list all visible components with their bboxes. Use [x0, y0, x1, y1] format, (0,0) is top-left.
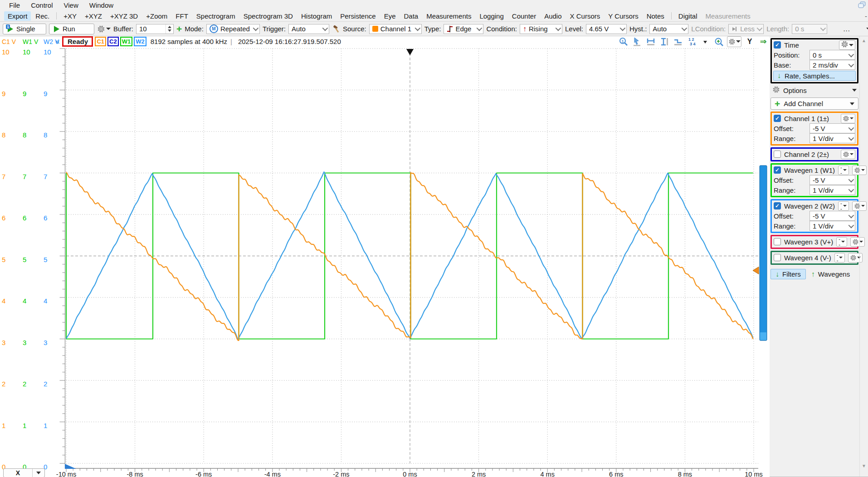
views-overflow-icon[interactable]: -: [865, 12, 867, 20]
window-restore-icon[interactable]: [857, 1, 866, 9]
spin-up-icon[interactable]: [168, 26, 171, 28]
badge-w2[interactable]: W2: [134, 37, 146, 46]
add-icon[interactable]: +: [176, 26, 182, 32]
wavegen-quick-button[interactable]: --: [834, 253, 845, 263]
caret-down-icon[interactable]: [700, 37, 711, 47]
channel-checkbox[interactable]: ✓: [774, 115, 781, 122]
4-65-v-dropdown[interactable]: 4.65 V: [586, 24, 627, 34]
channel-1-dropdown[interactable]: Channel 1: [369, 24, 422, 34]
channel-checkbox[interactable]: ✓: [774, 202, 781, 209]
trigger-position-marker[interactable]: [406, 49, 414, 55]
menu-file[interactable]: File: [5, 1, 24, 10]
zoom-one-icon[interactable]: 1: [618, 37, 629, 47]
channel-checkbox[interactable]: [774, 254, 781, 261]
hammer-icon[interactable]: [332, 25, 340, 33]
view-export[interactable]: Export: [4, 11, 31, 21]
badge-c1[interactable]: C1: [95, 37, 106, 46]
run-button[interactable]: Run: [49, 24, 94, 34]
cursors-1234-icon[interactable]: 1 23 4: [686, 37, 697, 47]
channel-checkbox[interactable]: [774, 238, 781, 245]
measure-width-icon[interactable]: [645, 37, 656, 47]
toolbar-overflow[interactable]: ...: [843, 25, 850, 33]
position-dropdown[interactable]: 0 s: [809, 50, 855, 60]
badge-w1[interactable]: W1: [120, 37, 133, 46]
view--xyz-3d[interactable]: +XYZ 3D: [107, 11, 141, 21]
channel-checkbox[interactable]: [774, 151, 781, 158]
wavegen-quick-button[interactable]: --: [836, 237, 847, 247]
y-tick-label: 3: [2, 339, 5, 346]
range-dropdown[interactable]: 1 V/div: [809, 133, 855, 143]
badge-c2[interactable]: C2: [107, 37, 119, 46]
y-tick-label: 2: [44, 380, 47, 388]
sidebar-scrollbar[interactable]: ▲ ▼: [859, 36, 868, 477]
time-gear-button[interactable]: [839, 40, 855, 50]
view-histogram[interactable]: Histogram: [297, 11, 336, 21]
view--zoom[interactable]: +Zoom: [142, 11, 171, 21]
view-counter[interactable]: Counter: [508, 11, 540, 21]
zoom-fit-icon[interactable]: [713, 37, 724, 47]
pointer-mode-icon[interactable]: [632, 37, 643, 47]
scope-plot[interactable]: -10 ms-8 ms-6 ms-4 ms-2 ms0 ms2 ms4 ms6 …: [0, 47, 770, 477]
plot-gear-button[interactable]: [727, 36, 741, 47]
rising-dropdown[interactable]: ↑Rising: [520, 24, 562, 34]
time-checkbox[interactable]: ✓: [774, 41, 781, 49]
view-digital[interactable]: Digital: [675, 11, 701, 21]
view-audio[interactable]: Audio: [541, 11, 565, 21]
view-fft[interactable]: FFT: [172, 11, 192, 21]
view-data[interactable]: Data: [400, 11, 422, 21]
measure-level-icon[interactable]: [673, 37, 683, 47]
auto-dropdown[interactable]: Auto: [288, 24, 329, 34]
view-rec-[interactable]: Rec.: [32, 11, 53, 21]
channel-checkbox[interactable]: ✓: [774, 166, 781, 174]
view-measurements[interactable]: Measurements: [423, 11, 475, 21]
auto-dropdown[interactable]: Auto: [649, 24, 688, 34]
view-eye[interactable]: Eye: [380, 11, 400, 21]
view-notes[interactable]: Notes: [643, 11, 668, 21]
spin-down-icon[interactable]: [168, 29, 171, 32]
plot-y-scrollbar[interactable]: [760, 165, 767, 341]
base-dropdown[interactable]: 2 ms/div: [809, 60, 855, 70]
y-tick-label: 8: [23, 131, 26, 139]
offset-dropdown[interactable]: -5 V: [809, 175, 855, 185]
x-axis-button[interactable]: X: [3, 468, 45, 477]
range-dropdown[interactable]: 1 V/div: [809, 221, 855, 231]
pan-right-icon[interactable]: ⇒: [758, 37, 769, 47]
edge-dropdown[interactable]: Edge: [444, 24, 483, 34]
channel-gear-button[interactable]: [841, 114, 855, 123]
wavegen-quick-button[interactable]: --: [838, 165, 849, 175]
y-axis-button[interactable]: Y: [744, 37, 755, 47]
rate-samples-button[interactable]: ↓ Rate, Samples...: [773, 71, 856, 81]
single-button[interactable]: 1Single: [3, 24, 46, 34]
repeated-dropdown[interactable]: MRepeated: [206, 24, 260, 34]
x-axis-dropdown[interactable]: [32, 469, 44, 477]
options-row[interactable]: Options: [770, 85, 858, 96]
view-spectrogram[interactable]: Spectrogram: [193, 11, 239, 21]
view--xyz[interactable]: +XYZ: [81, 11, 106, 21]
caret-down-icon[interactable]: [866, 28, 868, 30]
view-spectrogram-3d[interactable]: Spectrogram 3D: [240, 11, 297, 21]
wavegens-button[interactable]: ↑ Wavegens: [811, 270, 850, 278]
filters-button[interactable]: ↓ Filters: [770, 269, 806, 279]
view-x-cursors[interactable]: X Cursors: [566, 11, 604, 21]
measure-height-icon[interactable]: [659, 37, 670, 47]
buffer-spinner[interactable]: 10: [136, 24, 174, 34]
menu-control[interactable]: Control: [26, 1, 57, 10]
view-y-cursors[interactable]: Y Cursors: [605, 11, 642, 21]
wavegen-quick-button[interactable]: --: [838, 201, 849, 211]
scroll-down-icon[interactable]: ▼: [862, 463, 866, 468]
channel-gear-button[interactable]: [841, 150, 855, 159]
offset-dropdown[interactable]: -5 V: [809, 211, 855, 221]
offset-dropdown[interactable]: -5 V: [809, 123, 855, 133]
view-persistence[interactable]: Persistence: [336, 11, 379, 21]
x-axis-button-label: X: [4, 469, 32, 477]
view-logging[interactable]: Logging: [476, 11, 507, 21]
view--xy[interactable]: +XY: [60, 11, 80, 21]
menu-view[interactable]: View: [59, 1, 83, 10]
svg-text:3 4: 3 4: [690, 42, 696, 46]
add-channel-button[interactable]: + Add Channel: [770, 97, 858, 110]
menu-window[interactable]: Window: [85, 1, 118, 10]
scroll-up-icon[interactable]: ▲: [862, 38, 866, 43]
range-dropdown[interactable]: 1 V/div: [809, 185, 855, 195]
buffer-gear-button[interactable]: [97, 25, 111, 33]
dropdown-value: 1 V/div: [813, 135, 846, 142]
